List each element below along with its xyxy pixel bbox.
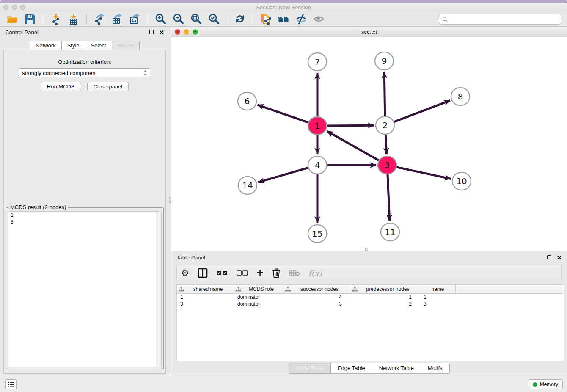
tab-network-table[interactable]: Network Table	[372, 363, 421, 374]
memory-button[interactable]: Memory	[528, 379, 563, 389]
svg-text:3: 3	[385, 160, 390, 170]
zoom-out-icon[interactable]	[172, 13, 185, 25]
zoom-selected-icon[interactable]	[207, 13, 221, 25]
mcds-result-list[interactable]: 13	[8, 211, 162, 367]
graph-edge-1-2[interactable]	[327, 125, 374, 126]
search-icon	[442, 17, 448, 22]
graph-node-2[interactable]: 2	[376, 116, 394, 134]
open-folder-icon[interactable]	[6, 13, 19, 25]
network-canvas[interactable]: 7 9 6 8 1 2 4 3 14 10 15 11	[171, 37, 566, 250]
search-input[interactable]	[450, 16, 561, 22]
criterion-dropdown[interactable]: strongly connected component	[19, 68, 150, 77]
graph-edge-4-14[interactable]	[258, 168, 308, 182]
node-table[interactable]: shared nameMCDS rolesuccessor nodesprede…	[176, 284, 564, 361]
cell-predecessor-nodes[interactable]: 1	[350, 294, 420, 301]
tab-node-table[interactable]: Node Table	[289, 363, 331, 374]
graph-edge-3-1[interactable]	[327, 131, 379, 160]
function-builder-icon: f(x)	[308, 267, 322, 279]
graph-edge-1-6[interactable]	[258, 105, 309, 123]
export-network-icon[interactable]	[93, 13, 106, 25]
search-box[interactable]	[439, 14, 561, 25]
select-all-icon[interactable]	[216, 267, 228, 279]
deselect-all-icon[interactable]	[237, 267, 248, 279]
graph-node-14[interactable]: 14	[238, 177, 257, 194]
tab-mcds[interactable]: MCDS	[112, 41, 140, 51]
tab-network[interactable]: Network	[30, 41, 62, 51]
save-icon[interactable]	[23, 13, 37, 25]
graph-node-6[interactable]: 6	[238, 92, 256, 110]
svg-text:8: 8	[458, 91, 463, 102]
optimization-criterion-label: Optimization criterion:	[4, 59, 165, 65]
cell-MCDS-role[interactable]: dominator	[234, 294, 284, 301]
column-header-successor-nodes[interactable]: successor nodes	[284, 285, 350, 293]
mcds-panel: Optimization criterion: strongly connect…	[3, 50, 166, 374]
import-table-icon[interactable]	[67, 13, 80, 25]
tab-select[interactable]: Select	[85, 41, 112, 51]
graph-edge-2-3[interactable]	[385, 135, 386, 154]
task-history-button[interactable]	[5, 379, 17, 389]
column-header-MCDS-role[interactable]: MCDS role	[234, 285, 284, 293]
run-mcds-button[interactable]: Run MCDS	[41, 82, 81, 91]
tree-icon	[236, 287, 241, 292]
tab-edge-table[interactable]: Edge Table	[331, 363, 372, 374]
memory-label: Memory	[540, 381, 558, 387]
cell-name[interactable]: 1	[420, 294, 456, 301]
float-panel-icon[interactable]	[149, 30, 154, 34]
export-table-icon[interactable]	[110, 13, 124, 25]
column-header-name[interactable]: name	[420, 285, 456, 293]
network-resize-grip[interactable]	[365, 248, 368, 251]
cell-shared-name[interactable]: 3	[177, 301, 234, 307]
graph-node-9[interactable]: 9	[375, 52, 394, 70]
table-row[interactable]: 1dominator411	[177, 294, 564, 301]
table-float-icon[interactable]	[547, 255, 551, 259]
cell-successor-nodes[interactable]: 4	[284, 294, 350, 301]
network-doc-icon[interactable]	[259, 13, 272, 25]
graph-edge-3-11[interactable]	[388, 174, 390, 221]
table-row[interactable]: 3dominator323	[177, 301, 564, 307]
cell-name[interactable]: 3	[420, 301, 456, 307]
export-image-icon[interactable]	[128, 13, 142, 25]
graph-node-7[interactable]: 7	[308, 53, 327, 71]
graph-edge-2-9[interactable]	[384, 72, 385, 116]
graph-edge-2-8[interactable]	[394, 100, 450, 122]
refresh-icon[interactable]	[233, 13, 247, 25]
cell-MCDS-role[interactable]: dominator	[234, 301, 284, 307]
graph-node-8[interactable]: 8	[451, 88, 470, 105]
hide-graphics-icon[interactable]	[295, 13, 308, 25]
cell-predecessor-nodes[interactable]: 2	[350, 301, 420, 307]
graph-node-1[interactable]: 1	[308, 117, 327, 135]
network-window-titlebar[interactable]: x – + scc.txt	[171, 27, 567, 37]
dropdown-stepper-icon	[143, 70, 147, 76]
import-network-icon[interactable]	[49, 13, 63, 25]
tab-motifs[interactable]: Motifs	[421, 363, 450, 374]
add-row-icon[interactable]: +	[257, 267, 264, 279]
table-panel-header: Table Panel ✕	[171, 252, 567, 263]
cell-successor-nodes[interactable]: 3	[284, 301, 350, 307]
graph-edge-3-10[interactable]	[396, 167, 451, 179]
column-header-predecessor-nodes[interactable]: predecessor nodes	[350, 285, 420, 293]
zoom-in-icon[interactable]	[154, 13, 168, 25]
column-header-shared-name[interactable]: shared name	[177, 285, 234, 293]
graph-node-10[interactable]: 10	[452, 172, 471, 190]
graph-node-11[interactable]: 11	[381, 223, 399, 241]
table-header-row: shared nameMCDS rolesuccessor nodesprede…	[177, 285, 564, 294]
tab-style[interactable]: Style	[62, 41, 85, 51]
homes-icon[interactable]	[277, 13, 290, 25]
cell-shared-name[interactable]: 1	[177, 294, 234, 301]
table-close-icon[interactable]: ✕	[556, 254, 562, 261]
graph-node-15[interactable]: 15	[308, 225, 327, 243]
main-titlebar[interactable]: Session: New Session	[0, 3, 567, 12]
split-panel-icon[interactable]	[198, 267, 208, 279]
close-panel-button[interactable]: Close panel	[87, 82, 129, 91]
eye-disabled-icon[interactable]	[312, 13, 326, 25]
graph-node-4[interactable]: 4	[308, 156, 327, 174]
zoom-fit-icon[interactable]	[190, 13, 203, 25]
close-panel-icon[interactable]: ✕	[159, 29, 164, 36]
delete-row-icon[interactable]	[272, 267, 281, 279]
table-body: 1dominator4113dominator323	[177, 294, 564, 307]
graph-node-3[interactable]: 3	[378, 156, 396, 174]
settings-gear-icon[interactable]: ⚙	[181, 267, 189, 279]
mcds-result-item: 1	[8, 212, 161, 218]
table-toolbar: ⚙+f(x)	[176, 265, 562, 281]
result-scrollbar[interactable]	[156, 212, 161, 367]
